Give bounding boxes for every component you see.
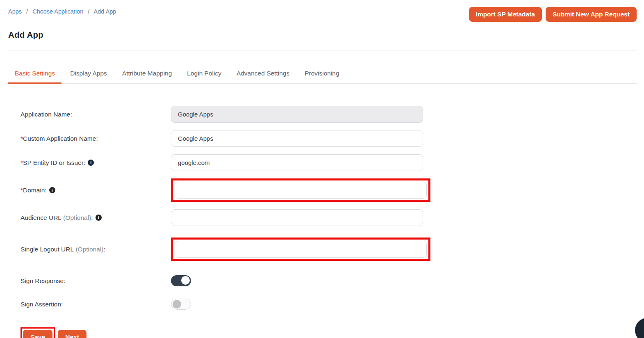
field-row-sp-entity-id: *SP Entity ID or Issuer : i [20,154,637,171]
tab-provisioning[interactable]: Provisioning [298,66,346,84]
application-name-input [171,106,423,123]
tab-bar: Basic Settings Display Apps Attribute Ma… [8,66,637,84]
label-text: SP Entity ID or Issuer [23,159,84,167]
topbar: Apps / Choose Application / Add App Impo… [8,0,637,22]
single-logout-url-input[interactable] [175,241,427,258]
sp-entity-id-input[interactable] [171,154,423,171]
basic-settings-form: Application Name : *Custom Application N… [8,106,637,313]
submit-new-app-request-button[interactable]: Submit New App Request [546,7,637,22]
label-colon: : [91,214,93,222]
sign-response-label: Sign Response : [20,277,171,285]
label-text: Single Logout URL [20,246,74,253]
tab-attribute-mapping[interactable]: Attribute Mapping [116,66,179,84]
audience-url-input[interactable] [171,209,423,226]
save-highlight-annotation: Save [20,327,55,338]
label-colon: : [61,301,63,308]
page-title: Add App [8,30,637,40]
save-button[interactable]: Save [23,330,52,338]
custom-application-name-label: *Custom Application Name : [20,135,171,142]
domain-input[interactable] [175,182,427,199]
tab-basic-settings[interactable]: Basic Settings [8,66,61,84]
label-colon: : [45,187,46,194]
application-name-label: Application Name : [20,111,171,118]
label-colon: : [84,159,85,167]
label-colon: : [70,111,72,118]
form-actions: Save Next [20,327,637,338]
label-text: Domain [23,187,45,194]
custom-application-name-input[interactable] [171,130,423,147]
optional-text: (Optional) [61,214,91,222]
title-divider [8,50,637,50]
chat-widget-button[interactable] [635,318,644,338]
add-app-page: Apps / Choose Application / Add App Impo… [0,0,644,338]
optional-text: (Optional) [74,246,103,253]
info-icon[interactable]: i [49,187,55,193]
label-text: Application Name [20,111,70,118]
breadcrumb-add-app: Add App [94,8,116,15]
sign-assertion-label: Sign Assertion : [20,301,171,308]
tab-display-apps[interactable]: Display Apps [64,66,114,84]
field-row-sign-response: Sign Response : [20,272,637,289]
audience-url-label: Audience URL (Optional) : i [20,214,171,222]
label-text: Sign Response [20,277,64,285]
toggle-knob [181,276,190,285]
label-colon: : [104,246,105,253]
field-row-single-logout-url: Single Logout URL (Optional) : [20,238,637,261]
label-text: Sign Assertion [20,301,61,308]
label-text: Audience URL [20,214,61,222]
single-logout-url-label: Single Logout URL (Optional) : [20,246,171,253]
field-row-application-name: Application Name : [20,106,637,123]
info-glyph: i [98,215,99,220]
field-row-sign-assertion: Sign Assertion : [20,296,637,313]
tab-login-policy[interactable]: Login Policy [180,66,228,84]
field-row-domain: *Domain : i [20,178,637,202]
domain-label: *Domain : i [20,187,171,194]
import-sp-metadata-button[interactable]: Import SP Metadata [469,7,542,22]
label-colon: : [96,135,98,142]
info-glyph: i [52,188,53,192]
sp-entity-id-label: *SP Entity ID or Issuer : i [20,159,171,167]
tab-advanced-settings[interactable]: Advanced Settings [230,66,296,84]
breadcrumb-separator: / [88,8,89,15]
single-logout-url-highlight-annotation [171,238,430,261]
info-icon[interactable]: i [96,215,102,221]
domain-highlight-annotation [171,178,430,202]
sign-assertion-toggle[interactable] [171,299,191,310]
breadcrumb-apps[interactable]: Apps [8,8,22,15]
field-row-custom-application-name: *Custom Application Name : [20,130,637,147]
breadcrumb: Apps / Choose Application / Add App [8,7,116,15]
next-button[interactable]: Next [58,330,86,338]
toggle-knob [173,300,181,308]
top-actions: Import SP Metadata Submit New App Reques… [469,7,637,22]
sign-response-toggle[interactable] [171,275,191,286]
breadcrumb-choose-application[interactable]: Choose Application [32,8,83,15]
field-row-audience-url: Audience URL (Optional) : i [20,209,637,226]
label-colon: : [64,277,65,285]
breadcrumb-separator: / [26,8,28,15]
label-text: Custom Application Name [23,135,96,142]
info-glyph: i [90,160,91,165]
info-icon[interactable]: i [88,160,94,166]
